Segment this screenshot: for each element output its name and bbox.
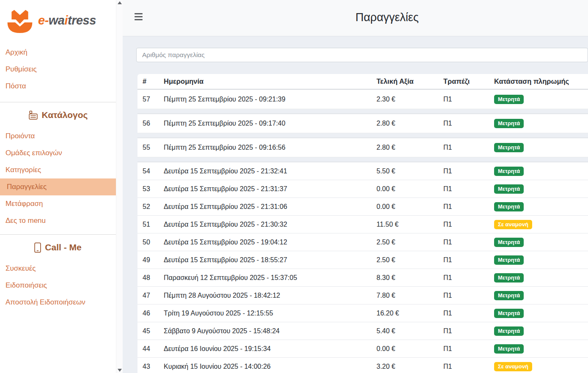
- payment-status-badge: Μετρητά: [494, 291, 524, 300]
- app-logo-text: e-waitress: [38, 14, 96, 27]
- order-row[interactable]: 55Πέμπτη 25 Σεπτεμβρίου 2025 - 09:16:562…: [137, 138, 588, 157]
- logo-text-segment: tress: [68, 14, 96, 27]
- order-total-cell: 0.00 €: [376, 203, 443, 211]
- order-status-cell: Μετρητά: [494, 344, 588, 354]
- order-table-cell: Π1: [443, 274, 494, 282]
- sidebar-item[interactable]: Πόστα: [0, 78, 116, 95]
- order-table-cell: Π1: [443, 203, 494, 211]
- order-status-cell: Μετρητά: [494, 273, 588, 282]
- column-header-date: Ημερομηνία: [164, 77, 376, 85]
- order-row[interactable]: 43Κυριακή 15 Ιουνίου 2025 - 14:00:263.20…: [137, 357, 588, 373]
- order-total-cell: 2.80 €: [376, 120, 443, 127]
- sidebar-item[interactable]: Αποστολή Ειδοποιήσεων: [0, 294, 116, 311]
- order-date-cell: Πέμπτη 25 Σεπτεμβρίου 2025 - 09:21:39: [164, 96, 376, 103]
- order-status-cell: Σε αναμονή: [494, 220, 588, 229]
- order-total-cell: 2.50 €: [376, 239, 443, 246]
- payment-status-badge: Μετρητά: [494, 167, 524, 176]
- sidebar: e-waitress ΑρχικήΡυθμίσειςΠόστα Κατάλογο…: [0, 0, 116, 373]
- order-row[interactable]: 44Δευτέρα 16 Ιουνίου 2025 - 19:15:340.00…: [137, 340, 588, 357]
- order-total-cell: 0.00 €: [376, 345, 443, 353]
- order-id-cell: 51: [143, 221, 164, 228]
- order-id-cell: 46: [143, 310, 164, 317]
- order-status-cell: Μετρητά: [494, 255, 588, 265]
- payment-status-badge: Μετρητά: [494, 238, 524, 247]
- column-header-table: Τραπέζι: [443, 77, 494, 85]
- order-total-cell: 3.20 €: [376, 363, 443, 370]
- sidebar-item[interactable]: Κατηγορίες: [0, 162, 116, 178]
- order-table-cell: Π1: [443, 327, 494, 335]
- scroll-up-arrow-icon[interactable]: [118, 1, 122, 4]
- sidebar-item[interactable]: Συσκευές: [0, 260, 116, 277]
- order-row[interactable]: 57Πέμπτη 25 Σεπτεμβρίου 2025 - 09:21:392…: [137, 90, 588, 109]
- payment-status-badge: Μετρητά: [494, 255, 524, 265]
- order-date-cell: Δευτέρα 15 Σεπτεμβρίου 2025 - 21:31:37: [164, 185, 376, 193]
- order-table-cell: Π1: [443, 363, 494, 370]
- order-table-cell: Π1: [443, 310, 494, 317]
- order-row[interactable]: 47Πέμπτη 28 Αυγούστου 2025 - 18:42:127.8…: [137, 286, 588, 304]
- topbar: Παραγγελίες: [123, 0, 588, 36]
- payment-status-badge: Σε αναμονή: [494, 362, 532, 371]
- order-total-cell: 7.80 €: [376, 292, 443, 299]
- sidebar-item[interactable]: Ομάδες επιλογών: [0, 145, 116, 162]
- order-status-cell: Μετρητά: [494, 202, 588, 211]
- payment-status-badge: Μετρητά: [494, 309, 524, 318]
- order-id-cell: 50: [143, 239, 164, 246]
- order-table-cell: Π1: [443, 185, 494, 193]
- order-status-cell: Μετρητά: [494, 326, 588, 336]
- orders-table-header: # Ημερομηνία Τελική Αξία Τραπέζι Κατάστα…: [137, 74, 588, 90]
- order-total-cell: 5.50 €: [376, 167, 443, 175]
- order-status-cell: Σε αναμονή: [494, 362, 588, 371]
- order-id-cell: 55: [143, 144, 164, 151]
- order-table-cell: Π1: [443, 256, 494, 264]
- scroll-down-arrow-icon[interactable]: [118, 369, 122, 372]
- order-row[interactable]: 51Δευτέρα 15 Σεπτεμβρίου 2025 - 21:30:32…: [137, 215, 588, 233]
- order-total-cell: 16.20 €: [376, 310, 443, 317]
- order-status-cell: Μετρητά: [494, 184, 588, 194]
- order-total-cell: 5.40 €: [376, 327, 443, 335]
- search-input[interactable]: [136, 48, 588, 62]
- logo-text-segment: i: [64, 14, 68, 27]
- sidebar-item[interactable]: Προιόντα: [0, 128, 116, 145]
- order-row[interactable]: 54Δευτέρα 15 Σεπτεμβρίου 2025 - 21:32:41…: [137, 162, 588, 180]
- sidebar-item[interactable]: Δες το menu: [0, 212, 116, 229]
- cat-logo-icon: [5, 7, 35, 34]
- sidebar-item[interactable]: Ειδοποιήσεις: [0, 277, 116, 294]
- payment-status-badge: Μετρητά: [494, 184, 524, 194]
- order-table-cell: Π1: [443, 239, 494, 246]
- order-date-cell: Δευτέρα 15 Σεπτεμβρίου 2025 - 21:30:32: [164, 221, 376, 228]
- order-row[interactable]: 45Σάββατο 9 Αυγούστου 2025 - 15:48:245.4…: [137, 322, 588, 340]
- sidebar-item-active[interactable]: Παραγγελίες: [0, 178, 116, 195]
- menu-toggle-button[interactable]: [135, 13, 143, 22]
- order-row[interactable]: 48Παρασκευή 12 Σεπτεμβρίου 2025 - 15:37:…: [137, 269, 588, 286]
- order-row[interactable]: 46Τρίτη 19 Αυγούστου 2025 - 12:15:5516.2…: [137, 304, 588, 322]
- order-status-cell: Μετρητά: [494, 309, 588, 318]
- order-row[interactable]: 49Δευτέρα 15 Σεπτεμβρίου 2025 - 18:55:27…: [137, 251, 588, 269]
- sidebar-section-catalog: Κατάλογος: [0, 102, 116, 128]
- row-separator: [137, 157, 588, 162]
- sidebar-item[interactable]: Αρχική: [0, 44, 116, 61]
- order-table-cell: Π1: [443, 292, 494, 299]
- order-row[interactable]: 56Πέμπτη 25 Σεπτεμβρίου 2025 - 09:17:402…: [137, 114, 588, 133]
- sidebar-item[interactable]: Ρυθμίσεις: [0, 61, 116, 78]
- order-status-cell: Μετρητά: [494, 167, 588, 176]
- order-row[interactable]: 50Δευτέρα 15 Σεπτεμβρίου 2025 - 19:04:12…: [137, 233, 588, 251]
- order-total-cell: 2.50 €: [376, 256, 443, 264]
- payment-status-badge: Μετρητά: [494, 119, 524, 128]
- payment-status-badge: Μετρητά: [494, 143, 524, 152]
- order-table-cell: Π1: [443, 144, 494, 151]
- order-date-cell: Σάββατο 9 Αυγούστου 2025 - 15:48:24: [164, 327, 376, 335]
- order-row[interactable]: 52Δευτέρα 15 Σεπτεμβρίου 2025 - 21:31:06…: [137, 197, 588, 215]
- page-title: Παραγγελίες: [355, 11, 419, 24]
- vertical-scrollbar[interactable]: [116, 0, 123, 373]
- app-logo[interactable]: e-waitress: [0, 0, 116, 36]
- sidebar-item[interactable]: Μετάφραση: [0, 195, 116, 212]
- column-header-id: #: [143, 77, 164, 85]
- order-total-cell: 8.30 €: [376, 274, 443, 282]
- order-date-cell: Κυριακή 15 Ιουνίου 2025 - 14:00:26: [164, 363, 376, 370]
- order-id-cell: 49: [143, 256, 164, 264]
- order-id-cell: 57: [143, 96, 164, 103]
- order-row[interactable]: 53Δευτέρα 15 Σεπτεμβρίου 2025 - 21:31:37…: [137, 180, 588, 197]
- payment-status-badge: Μετρητά: [494, 202, 524, 211]
- column-header-status: Κατάσταση πληρωμής: [494, 77, 588, 85]
- order-total-cell: 2.30 €: [376, 96, 443, 103]
